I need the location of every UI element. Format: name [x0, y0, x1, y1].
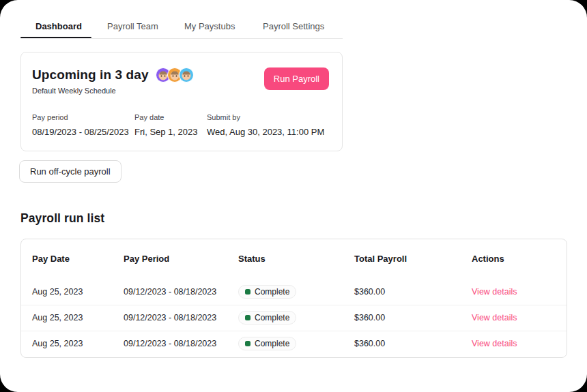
tab-my-paystubs[interactable]: My Paystubs: [184, 21, 235, 31]
status-dot-icon: [245, 289, 250, 295]
tab-payroll-team[interactable]: Payroll Team: [107, 21, 158, 31]
column-header-pay-period: Pay Period: [124, 254, 169, 264]
pay-date-label: Pay date: [134, 113, 198, 121]
column-header-pay-date: Pay Date: [32, 254, 70, 264]
employee-avatar-group: [156, 67, 194, 82]
cell-total-payroll: $360.00: [354, 313, 385, 322]
cell-pay-period: 09/12/2023 - 08/18/2023: [124, 313, 216, 322]
view-details-link[interactable]: View details: [472, 339, 517, 348]
column-header-actions: Actions: [472, 254, 504, 264]
status-badge: Complete: [238, 311, 296, 325]
table-row: Aug 25, 2023 09/12/2023 - 08/18/2023 Com…: [21, 279, 567, 305]
pay-date-value: Fri, Sep 1, 2023: [134, 127, 198, 137]
upcoming-payroll-card: Upcoming in 3 day Run Payroll Default We…: [20, 52, 343, 151]
cell-status: Complete: [238, 311, 296, 325]
tab-payroll-settings[interactable]: Payroll Settings: [263, 21, 324, 31]
table-row: Aug 25, 2023 09/12/2023 - 08/18/2023 Com…: [21, 305, 567, 331]
view-details-link[interactable]: View details: [472, 313, 517, 322]
run-off-cycle-payroll-button[interactable]: Run off-cycle payroll: [19, 160, 121, 183]
active-tab-indicator: [20, 37, 91, 38]
upcoming-card-header: Upcoming in 3 day: [32, 67, 194, 82]
payroll-run-table: Pay Date Pay Period Status Total Payroll…: [20, 239, 567, 358]
pay-period-value: 08/19/2023 - 08/25/2023: [32, 127, 129, 137]
view-details-link[interactable]: View details: [472, 287, 517, 297]
cell-status: Complete: [238, 285, 296, 299]
cell-status: Complete: [238, 337, 296, 350]
run-payroll-button[interactable]: Run Payroll: [264, 67, 329, 90]
payroll-dashboard-page: Dashboard Payroll Team My Paystubs Payro…: [0, 0, 587, 392]
cell-pay-date: Aug 25, 2023: [32, 339, 83, 348]
submit-by-field: Submit by Wed, Aug 30, 2023, 11:00 PM: [207, 113, 324, 137]
cell-pay-date: Aug 25, 2023: [32, 287, 83, 297]
cell-pay-date: Aug 25, 2023: [32, 313, 83, 322]
column-header-status: Status: [238, 254, 266, 264]
status-badge: Complete: [238, 285, 296, 299]
column-header-total-payroll: Total Payroll: [354, 254, 407, 264]
submit-by-value: Wed, Aug 30, 2023, 11:00 PM: [207, 127, 324, 137]
cell-total-payroll: $360.00: [354, 287, 385, 297]
payroll-run-list-title: Payroll run list: [20, 211, 104, 226]
status-dot-icon: [245, 315, 250, 320]
cell-pay-period: 09/12/2023 - 08/18/2023: [124, 339, 216, 348]
pay-date-field: Pay date Fri, Sep 1, 2023: [134, 113, 198, 137]
table-header-row: Pay Date Pay Period Status Total Payroll…: [21, 254, 567, 265]
pay-period-label: Pay period: [32, 113, 129, 121]
status-badge: Complete: [238, 337, 296, 350]
status-dot-icon: [245, 341, 250, 346]
cell-total-payroll: $360.00: [354, 339, 385, 348]
schedule-subtitle: Default Weekly Schedule: [32, 87, 116, 95]
tab-dashboard[interactable]: Dashboard: [35, 21, 82, 31]
submit-by-label: Submit by: [207, 113, 324, 121]
pay-period-field: Pay period 08/19/2023 - 08/25/2023: [32, 113, 129, 137]
upcoming-title: Upcoming in 3 day: [32, 67, 149, 82]
cell-pay-period: 09/12/2023 - 08/18/2023: [124, 287, 216, 297]
table-row: Aug 25, 2023 09/12/2023 - 08/18/2023 Com…: [21, 331, 567, 357]
employee-avatar-3: [179, 67, 194, 82]
tab-bar: Dashboard Payroll Team My Paystubs Payro…: [20, 19, 343, 39]
